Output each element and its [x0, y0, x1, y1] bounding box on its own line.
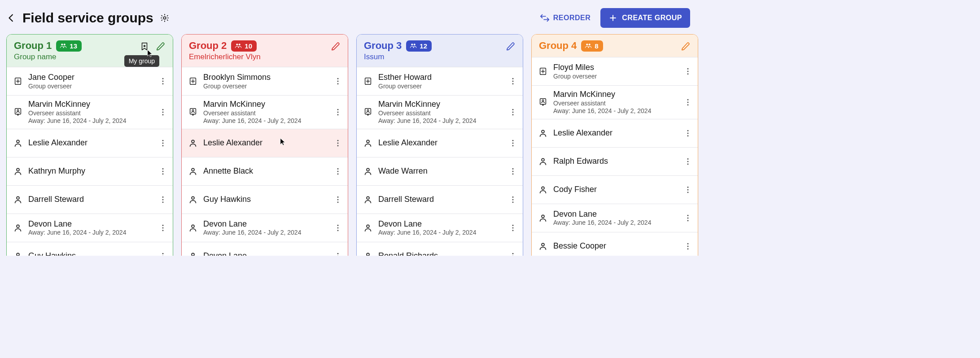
create-group-button[interactable]: CREATE GROUP [600, 8, 690, 28]
member-row[interactable]: Ronald Richards [357, 242, 523, 256]
pencil-icon [156, 42, 166, 52]
reorder-button[interactable]: REORDER [540, 13, 591, 23]
member-row[interactable]: Devon Lane Away: June 16, 2024 - July 2,… [7, 214, 173, 242]
member-row[interactable]: Marvin McKinney Overseer assistant Away:… [532, 85, 698, 119]
member-body: Devon Lane Away: June 16, 2024 - July 2,… [203, 219, 326, 237]
member-away: Away: June 16, 2024 - July 2, 2024 [203, 229, 326, 237]
member-menu-button[interactable] [682, 155, 694, 168]
member-away: Away: June 16, 2024 - July 2, 2024 [553, 219, 676, 227]
group-subtitle: Emelricherlicher Vlyn [189, 52, 341, 61]
vertical-dots-icon [333, 108, 342, 117]
edit-group-button[interactable] [679, 40, 692, 53]
member-menu-button[interactable] [682, 212, 694, 224]
member-menu-button[interactable] [682, 240, 694, 253]
member-row[interactable]: Guy Hawkins [182, 185, 348, 214]
member-role: Overseer assistant [203, 109, 326, 118]
member-menu-button[interactable] [332, 165, 344, 178]
member-row[interactable]: Bessie Cooper [532, 232, 698, 256]
vertical-dots-icon [508, 195, 517, 204]
vertical-dots-icon [683, 242, 692, 251]
member-row[interactable]: Ralph Edwards [532, 147, 698, 175]
person-icon [188, 195, 198, 205]
member-name: Devon Lane [203, 251, 326, 256]
member-menu-button[interactable] [157, 250, 169, 256]
member-menu-button[interactable] [682, 183, 694, 196]
member-row[interactable]: Annette Black [182, 157, 348, 185]
member-menu-button[interactable] [507, 250, 519, 256]
member-row[interactable]: Esther Howard Group overseer [357, 67, 523, 95]
member-role: Overseer assistant [553, 100, 676, 108]
member-menu-button[interactable] [507, 193, 519, 206]
member-menu-button[interactable] [332, 250, 344, 256]
member-menu-button[interactable] [507, 165, 519, 178]
group-header: Group 3 12 Issum [357, 35, 523, 67]
member-row[interactable]: Wade Warren [357, 157, 523, 185]
member-body: Leslie Alexander [28, 138, 151, 148]
vertical-dots-icon [683, 67, 692, 76]
member-menu-button[interactable] [157, 137, 169, 149]
member-menu-button[interactable] [332, 106, 344, 118]
member-row[interactable]: Leslie Alexander [182, 129, 348, 157]
member-row[interactable]: Darrell Steward [7, 185, 173, 214]
back-button[interactable] [5, 12, 18, 24]
my-group-bookmark-button[interactable] [138, 40, 151, 53]
member-body: Devon Lane Away: June 16, 2024 - July 2,… [28, 219, 151, 237]
vertical-dots-icon [333, 77, 342, 86]
member-menu-button[interactable] [507, 222, 519, 234]
member-role: Overseer assistant [28, 109, 151, 118]
group-title-row: Group 4 8 [539, 40, 691, 52]
member-row[interactable]: Guy Hawkins [7, 242, 173, 256]
member-menu-button[interactable] [157, 75, 169, 87]
group-count-badge: 12 [406, 40, 432, 52]
member-name: Floyd Miles [553, 62, 676, 73]
vertical-dots-icon [508, 252, 517, 256]
member-row[interactable]: Leslie Alexander [532, 119, 698, 147]
member-row[interactable]: Leslie Alexander [7, 129, 173, 157]
member-row[interactable]: Marvin McKinney Overseer assistant Away:… [7, 95, 173, 129]
member-row[interactable]: Devon Lane [182, 242, 348, 256]
reorder-icon [540, 13, 550, 23]
member-name: Leslie Alexander [203, 138, 326, 148]
member-row[interactable]: Devon Lane Away: June 16, 2024 - July 2,… [182, 214, 348, 242]
member-menu-button[interactable] [682, 96, 694, 109]
assistant-icon [13, 107, 23, 117]
member-row[interactable]: Jane Cooper Group overseer [7, 67, 173, 95]
edit-group-button[interactable] [504, 40, 517, 53]
member-menu-button[interactable] [157, 165, 169, 178]
member-menu-button[interactable] [157, 222, 169, 234]
member-name: Darrell Steward [378, 194, 501, 205]
member-menu-button[interactable] [332, 75, 344, 87]
member-menu-button[interactable] [157, 106, 169, 118]
member-menu-button[interactable] [507, 137, 519, 149]
member-row[interactable]: Kathryn Murphy [7, 157, 173, 185]
member-menu-button[interactable] [507, 75, 519, 87]
pencil-icon [506, 42, 516, 52]
member-row[interactable]: Devon Lane Away: June 16, 2024 - July 2,… [357, 214, 523, 242]
plus-icon [608, 13, 617, 22]
member-menu-button[interactable] [332, 222, 344, 234]
settings-button[interactable] [160, 13, 170, 23]
member-row[interactable]: Marvin McKinney Overseer assistant Away:… [357, 95, 523, 129]
member-menu-button[interactable] [332, 193, 344, 206]
member-body: Cody Fisher [553, 184, 676, 195]
member-row[interactable]: Cody Fisher [532, 175, 698, 204]
member-row[interactable]: Floyd Miles Group overseer [532, 57, 698, 85]
member-row[interactable]: Darrell Steward [357, 185, 523, 214]
member-body: Brooklyn Simmons Group overseer [203, 72, 326, 90]
member-row[interactable]: Leslie Alexander [357, 129, 523, 157]
member-row[interactable]: Devon Lane Away: June 16, 2024 - July 2,… [532, 204, 698, 232]
member-name: Brooklyn Simmons [203, 72, 326, 83]
edit-group-button[interactable] [154, 40, 167, 53]
groups-board: Group 1 13 Group name My group [0, 34, 700, 256]
member-menu-button[interactable] [157, 193, 169, 206]
person-icon [188, 166, 198, 176]
member-menu-button[interactable] [682, 65, 694, 78]
edit-group-button[interactable] [329, 40, 342, 53]
member-menu-button[interactable] [682, 127, 694, 140]
member-menu-button[interactable] [507, 106, 519, 118]
person-icon [13, 166, 23, 176]
member-menu-button[interactable] [332, 137, 344, 149]
member-name: Guy Hawkins [28, 251, 151, 256]
member-row[interactable]: Brooklyn Simmons Group overseer [182, 67, 348, 95]
member-row[interactable]: Marvin McKinney Overseer assistant Away:… [182, 95, 348, 129]
